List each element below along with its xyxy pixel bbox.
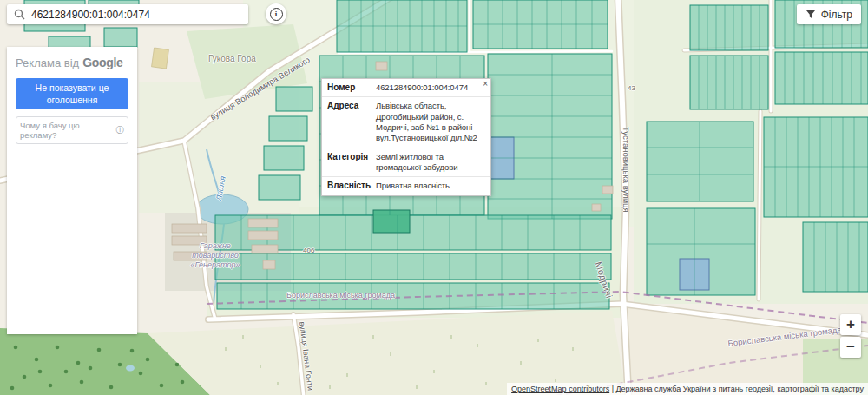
filter-button[interactable]: Фільтр	[797, 4, 861, 24]
popup-row-value: 4621284900:01:004:0474	[376, 82, 485, 93]
info-button[interactable]: i	[266, 3, 286, 24]
popup-row-category: Категорія Землі житлової та громадської …	[322, 148, 490, 178]
popup-row-value: Землі житлової та громадської забудови	[376, 152, 485, 174]
google-logo: Google	[82, 56, 122, 69]
popup-close-button[interactable]: ×	[483, 79, 488, 89]
popup-row-value: Львівська область, Дрогобицький район, с…	[376, 101, 485, 143]
popup-row-label: Номер	[327, 82, 372, 93]
gov-attribution-text: Державна служба України з питань геодезі…	[616, 385, 865, 393]
popup-row-ownership: Власність Приватна власність	[322, 177, 490, 194]
info-icon: i	[270, 8, 283, 21]
filter-funnel-icon	[806, 10, 816, 20]
popup-row-value: Приватна власність	[376, 181, 485, 191]
ad-header-text: Реклама від	[16, 56, 79, 69]
google-ad-panel: Реклама від Google Не показувати це огол…	[7, 47, 137, 334]
popup-row-label: Адреса	[327, 101, 372, 143]
filter-button-label: Фільтр	[821, 9, 852, 21]
ad-dismiss-button[interactable]: Не показувати це оголошення	[16, 78, 128, 109]
map-attribution: OpenStreetMap contributors | Державна сл…	[507, 383, 868, 395]
search-icon	[14, 9, 25, 20]
ad-info-icon: ⓘ	[116, 125, 125, 136]
osm-attribution-link[interactable]: OpenStreetMap contributors	[511, 385, 609, 393]
popup-row-number: Номер 4621284900:01:004:0474	[322, 79, 490, 97]
zoom-in-button[interactable]: +	[840, 314, 861, 335]
parcel-info-popup: × Номер 4621284900:01:004:0474 Адреса Ль…	[321, 78, 491, 196]
attribution-separator: |	[609, 385, 615, 393]
ad-why-label: Чому я бачу цю рекламу?	[20, 121, 113, 140]
zoom-out-button[interactable]: −	[840, 337, 861, 358]
zoom-controls: + −	[840, 314, 861, 358]
popup-row-label: Категорія	[327, 152, 372, 174]
ad-why-button[interactable]: Чому я бачу цю рекламу? ⓘ	[16, 116, 128, 144]
popup-row-address: Адреса Львівська область, Дрогобицький р…	[322, 97, 490, 148]
cadastral-map-app: Гукова Гора вулиця Володимира Великого Т…	[0, 0, 868, 395]
popup-row-label: Власність	[327, 181, 372, 191]
search-input[interactable]	[31, 9, 241, 21]
ad-header: Реклама від Google	[7, 47, 137, 73]
search-bar	[7, 4, 248, 24]
